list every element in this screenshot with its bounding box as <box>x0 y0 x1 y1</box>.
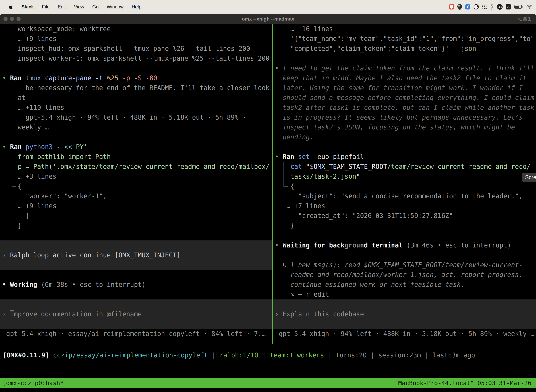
menu-bar: Slack FileEditViewGoWindowHelp ..61 A <box>0 0 536 14</box>
terminal-line: • Waiting for background terminal (3m 46… <box>273 240 536 250</box>
screen-share-tooltip: Scre <box>522 173 536 182</box>
terminal-line: inspect_hud: omx sparkshell --tmux-pane … <box>0 44 272 54</box>
terminal-line: • Ran tmux capture-pane -t %25 -p -S -80 <box>0 73 272 83</box>
tmux-pane-right[interactable]: … +16 lines '{"team_name":"my-team","tas… <box>273 24 536 344</box>
terminal-line: "worker": "worker-1", <box>0 191 272 201</box>
terminal-line: • Ran python3 - <<'PY' <box>0 142 272 152</box>
terminal-line: › Ralph loop active continue [OMX_TMUX_I… <box>0 250 272 260</box>
pane-separator-vertical[interactable] <box>272 24 273 344</box>
terminal-line: workspace_mode: worktree <box>0 24 272 34</box>
tmux-session-window[interactable]: [omx-cczip0:bash* <box>2 378 64 388</box>
tmux-host-clock: "MacBook-Pro-44.local" 05:03 31-Mar-26 <box>395 378 531 388</box>
menu-item-edit[interactable]: Edit <box>58 4 66 10</box>
terminal-line: later. Using the same for transition mig… <box>273 83 536 93</box>
terminal-line: readme-and-reco/mailbox/worker-1.json, a… <box>273 270 536 280</box>
terminal-line: • Working (6m 38s • esc to interrupt) <box>0 280 272 289</box>
omx-status-line: [OMX#0.11.9] cczip/essay/ai-reimplementa… <box>3 350 475 360</box>
terminal-line: … +9 lines <box>0 34 272 44</box>
terminal-line: cat "$OMX_TEAM_STATE_ROOT/team/review-cu… <box>273 162 536 172</box>
menu-item-slack[interactable]: Slack <box>21 4 34 10</box>
terminal-line: keep that in mind. Maybe I also need the… <box>273 73 536 83</box>
menu-item-file[interactable]: File <box>42 4 50 10</box>
terminal-line: { <box>0 182 272 191</box>
tmux-pane-left[interactable]: workspace_mode: worktree … +9 lines insp… <box>0 24 272 344</box>
battery-percent-badge-icon[interactable]: ..61 <box>497 4 502 10</box>
terminal-line: "created_at": "2026-03-31T11:59:27.816Z" <box>273 211 536 221</box>
terminal-line: weekly … <box>0 122 272 132</box>
terminal-line: ↳ 1 new msg(s): read $OMX_TEAM_STATE_ROO… <box>273 260 536 270</box>
orange-chat-icon[interactable] <box>449 4 454 9</box>
menu-item-view[interactable]: View <box>74 4 84 10</box>
battery-icon[interactable] <box>514 5 523 9</box>
output-connector <box>12 152 16 187</box>
terminal-line: gpt-5.4 xhigh · 94% left · 488K in · 5.1… <box>0 112 272 122</box>
terminal-line: ] <box>0 211 272 221</box>
terminal-line: is in progress? It seems likely but perh… <box>273 112 536 122</box>
window-shortcut-badge: ⌥⌘1 <box>517 14 531 24</box>
terminal-line: … +3 lines <box>0 172 272 182</box>
terminal-line: inspect task2's JSON, focusing on the st… <box>273 122 536 132</box>
terminal-line: tasks/task-2.json" <box>273 172 536 182</box>
wifi-icon[interactable] <box>526 5 532 9</box>
terminal-line: inspect_worker-1: omx sparkshell --tmux-… <box>0 54 272 63</box>
terminal-line: … +110 lines <box>0 103 272 112</box>
terminal-line: "subject": "send a concise recommendatio… <box>273 191 536 201</box>
terminal-line: • Ran set -euo pipefail <box>273 152 536 162</box>
pane-border-bottom-left <box>0 344 272 344</box>
terminal-line: { <box>273 182 536 191</box>
terminal-line: … +9 lines <box>0 201 272 211</box>
shield-grid-icon[interactable] <box>457 4 462 10</box>
terminal-line: pending. <box>273 132 536 142</box>
terminal-line: be necessary for the end of the README. … <box>0 83 272 93</box>
dots-grid-icon[interactable] <box>482 5 487 9</box>
output-connector <box>283 162 288 187</box>
terminal-line: • I need to get the claim token from the… <box>273 63 536 73</box>
terminal-line: p = Path('.omx/state/team/review-current… <box>0 162 272 172</box>
pane-border-bottom-right <box>273 344 536 344</box>
terminal-window: omx --xhigh --madmax ⌥⌘1 workspace_mode:… <box>0 14 536 392</box>
terminal-line: … +16 lines <box>273 24 536 34</box>
terminal-line: '{"team_name":"my-team","task_id":"1","f… <box>273 34 536 44</box>
terminal-line: ⌥ + ↑ edit <box>273 289 536 299</box>
apple-menu-icon[interactable] <box>9 4 13 9</box>
squiggle-icon[interactable] <box>490 4 494 10</box>
menu-item-go[interactable]: Go <box>92 4 99 10</box>
terminal-line: "completed","claim_token":"claim-token"}… <box>273 44 536 54</box>
screen-share-tooltip-label: Scre <box>525 174 536 181</box>
terminal-line: gpt-5.4 xhigh · essay/ai-reimplementatio… <box>0 329 272 339</box>
terminal-line: › Improve documentation in @filename <box>0 309 272 319</box>
menu-item-help[interactable]: Help <box>132 4 142 10</box>
terminal-line: } <box>273 221 536 231</box>
blue-bolt-icon[interactable] <box>465 4 470 9</box>
terminal-line: gpt-5.4 xhigh · 94% left · 488K in · 5.1… <box>273 329 536 339</box>
terminal-line: … +7 lines <box>273 201 536 211</box>
window-title-bar[interactable]: omx --xhigh --madmax ⌥⌘1 <box>0 14 536 24</box>
crescent-circle-icon[interactable] <box>474 4 479 9</box>
terminal-line: at <box>0 93 272 103</box>
terminal-line: › Explain this codebase <box>273 309 536 319</box>
terminal-line: task2 after task1 is complete, but can I… <box>273 103 536 112</box>
terminal-line: should send a message before completing … <box>273 93 536 103</box>
menu-bar-menus: Slack FileEditViewGoWindowHelp <box>0 4 141 10</box>
window-title: omx --xhigh --madmax <box>0 16 536 22</box>
input-source-icon[interactable]: A <box>506 4 511 9</box>
output-connector <box>10 80 15 88</box>
terminal-line: } <box>0 221 272 231</box>
terminal-line: continue assigned work or next feasible … <box>273 280 536 289</box>
terminal-line: from pathlib import Path <box>0 152 272 162</box>
menu-bar-status-icons: ..61 A <box>449 4 536 10</box>
tmux-status-bar: [omx-cczip0:bash* "MacBook-Pro-44.local"… <box>0 378 536 388</box>
menu-item-window[interactable]: Window <box>107 4 124 10</box>
terminal-content: workspace_mode: worktree … +9 lines insp… <box>0 24 536 392</box>
desktop: Slack FileEditViewGoWindowHelp ..61 A <box>0 0 536 392</box>
